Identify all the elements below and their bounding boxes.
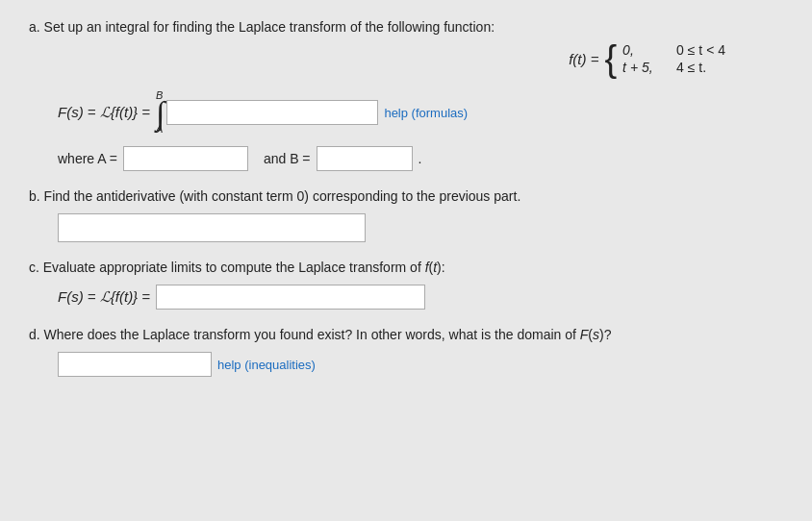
help-formulas-link[interactable]: help (formulas) <box>384 106 468 120</box>
fs-formula-prefix-c: F(s) = ℒ{f(t)} = <box>58 288 150 306</box>
piecewise-case-1: 0, 0 ≤ t < 4 <box>622 42 725 58</box>
section-a-title: a. Set up an integral for finding the La… <box>29 19 495 35</box>
section-c-title: c. Evaluate appropriate limits to comput… <box>29 260 783 275</box>
where-a-label: where A = <box>58 151 117 166</box>
period-a: . <box>419 151 422 166</box>
f-t-label: f(t) = <box>569 51 598 67</box>
antiderivative-input[interactable] <box>58 213 366 242</box>
brace-symbol: { <box>604 40 617 77</box>
help-inequalities-link[interactable]: help (inequalities) <box>217 358 316 372</box>
laplace-result-input[interactable] <box>156 285 425 310</box>
case1-cond: 0 ≤ t < 4 <box>676 42 725 58</box>
section-b-title: b. Find the antiderivative (with constan… <box>29 188 783 204</box>
domain-input[interactable] <box>58 352 212 377</box>
input-b[interactable] <box>317 146 413 171</box>
case2-cond: 4 ≤ t. <box>676 60 706 75</box>
piecewise-cases: 0, 0 ≤ t < 4 t + 5, 4 ≤ t. <box>622 42 725 75</box>
case1-expr: 0, <box>622 42 661 58</box>
integral-integrand-input[interactable] <box>166 100 378 125</box>
function-definition: f(t) = { 0, 0 ≤ t < 4 t + 5, 4 ≤ t. <box>569 40 725 77</box>
integral-group: B ∫ A <box>156 90 161 135</box>
integral-limits-group: B ∫ A <box>156 90 165 135</box>
case2-expr: t + 5, <box>622 60 661 75</box>
piecewise-case-2: t + 5, 4 ≤ t. <box>622 60 725 75</box>
section-d-title: d. Where does the Laplace transform you … <box>29 327 783 342</box>
fs-formula-prefix-a: F(s) = ℒ{f(t)} = <box>58 104 150 121</box>
input-a[interactable] <box>123 146 248 171</box>
and-label: and B = <box>264 151 311 166</box>
integral-lower-limit: A <box>156 124 165 135</box>
